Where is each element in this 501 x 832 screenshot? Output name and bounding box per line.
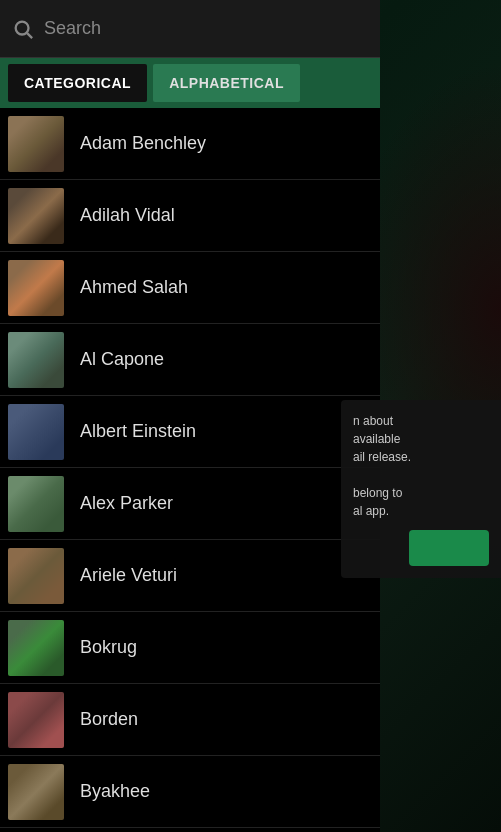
avatar [8, 692, 64, 748]
svg-line-1 [27, 33, 32, 38]
list-item[interactable]: Albert Einstein [0, 396, 380, 468]
search-icon [12, 18, 34, 40]
avatar [8, 764, 64, 820]
tooltip-text: n about available ail release. belong to… [353, 412, 489, 520]
avatar [8, 116, 64, 172]
main-panel: CATEGORICAL ALPHABETICAL Adam Benchley A… [0, 0, 380, 832]
search-input[interactable] [44, 18, 368, 39]
avatar [8, 332, 64, 388]
list-item[interactable]: Al Capone [0, 324, 380, 396]
search-bar [0, 0, 380, 58]
avatar [8, 404, 64, 460]
list-item[interactable]: Alex Parker [0, 468, 380, 540]
character-name: Alex Parker [80, 493, 173, 514]
avatar [8, 188, 64, 244]
character-list: Adam Benchley Adilah Vidal Ahmed Salah A… [0, 108, 380, 832]
avatar [8, 548, 64, 604]
character-name: Ariele Veturi [80, 565, 177, 586]
list-item[interactable]: Byakhee [0, 756, 380, 828]
character-name: Adilah Vidal [80, 205, 175, 226]
avatar [8, 620, 64, 676]
tab-bar: CATEGORICAL ALPHABETICAL [0, 58, 380, 108]
svg-point-0 [16, 21, 29, 34]
tab-alphabetical[interactable]: ALPHABETICAL [153, 64, 300, 102]
list-item[interactable]: Adam Benchley [0, 108, 380, 180]
character-name: Byakhee [80, 781, 150, 802]
list-item[interactable]: Ahmed Salah [0, 252, 380, 324]
avatar [8, 476, 64, 532]
list-item[interactable]: Borden [0, 684, 380, 756]
list-item[interactable]: Ariele Veturi [0, 540, 380, 612]
tooltip-action-button[interactable] [409, 530, 489, 566]
avatar [8, 260, 64, 316]
character-name: Al Capone [80, 349, 164, 370]
character-name: Adam Benchley [80, 133, 206, 154]
character-name: Ahmed Salah [80, 277, 188, 298]
tooltip-panel: n about available ail release. belong to… [341, 400, 501, 578]
character-name: Bokrug [80, 637, 137, 658]
character-name: Albert Einstein [80, 421, 196, 442]
character-name: Borden [80, 709, 138, 730]
list-item[interactable]: Bokrug [0, 612, 380, 684]
tab-categorical[interactable]: CATEGORICAL [8, 64, 147, 102]
list-item[interactable]: Adilah Vidal [0, 180, 380, 252]
